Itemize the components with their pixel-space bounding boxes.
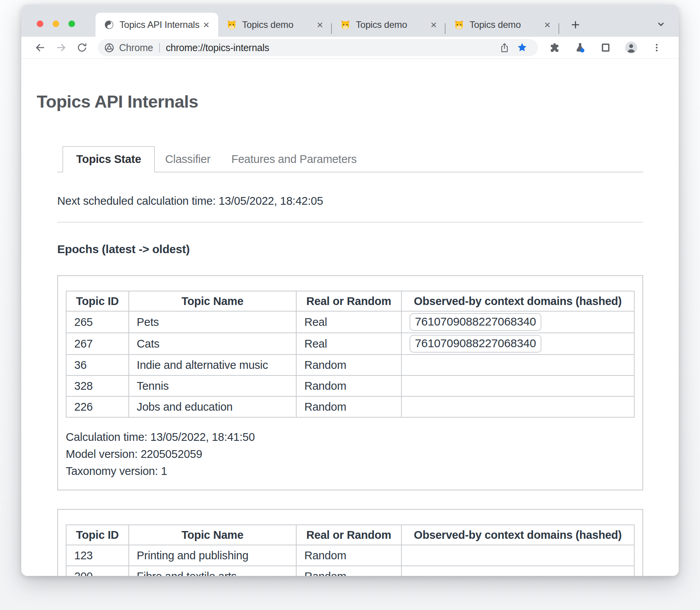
browser-tab-topics-internals[interactable]: Topics API Internals ✕ xyxy=(96,13,218,37)
taxonomy-version: Taxonomy version: 1 xyxy=(66,463,635,480)
tab-topics-state[interactable]: Topics State xyxy=(63,146,155,172)
col-header-topic-name: Topic Name xyxy=(129,291,296,311)
page-title: Topics API Internals xyxy=(37,91,643,112)
tab-title: Topics API Internals xyxy=(120,19,201,30)
browser-tab-topics-demo-1[interactable]: Topics demo ✕ xyxy=(218,13,331,37)
browser-window: Topics API Internals ✕ Topics demo ✕ xyxy=(21,5,679,576)
reload-button[interactable] xyxy=(72,39,92,56)
tab-close-icon[interactable]: ✕ xyxy=(428,19,439,31)
topics-state-panel: Next scheduled calculation time: 13/05/2… xyxy=(57,194,643,576)
col-header-observed-by: Observed-by context domains (hashed) xyxy=(401,525,634,545)
plus-icon xyxy=(570,19,581,30)
col-header-topic-name: Topic Name xyxy=(129,525,296,545)
toolbar-right-actions xyxy=(544,39,667,56)
window-controls xyxy=(37,21,75,27)
col-header-real-or-random: Real or Random xyxy=(296,525,401,545)
chrome-logo-icon xyxy=(104,43,114,53)
globe-favicon-icon xyxy=(104,20,114,30)
browser-tabstrip: Topics API Internals ✕ Topics demo ✕ xyxy=(21,5,679,37)
col-header-real-or-random: Real or Random xyxy=(296,291,401,311)
url-product-label: Chrome xyxy=(119,42,153,53)
experiments-button[interactable] xyxy=(570,39,591,56)
tab-title: Topics demo xyxy=(470,19,542,30)
arrow-left-icon xyxy=(34,42,46,53)
observed-domain-chip: 7610709088227068340 xyxy=(410,313,541,331)
browser-tab-topics-demo-2[interactable]: Topics demo ✕ xyxy=(332,13,445,37)
chevron-down-icon xyxy=(656,19,666,29)
col-header-topic-id: Topic ID xyxy=(66,525,129,545)
tab-classifier[interactable]: Classifier xyxy=(155,147,221,172)
table-row: 200 Fibre and textile arts Random xyxy=(66,566,634,576)
tab-title: Topics demo xyxy=(242,19,314,30)
tab-title: Topics demo xyxy=(356,19,428,30)
forward-button[interactable] xyxy=(51,39,72,56)
puzzle-icon xyxy=(549,42,560,53)
side-panel-button[interactable] xyxy=(595,39,616,56)
flask-icon xyxy=(575,42,586,53)
page-tab-bar: Topics State Classifier Features and Par… xyxy=(57,146,643,172)
tab-separator xyxy=(558,23,559,34)
browser-tabs: Topics API Internals ✕ Topics demo ✕ xyxy=(96,13,586,37)
fullscreen-window-button[interactable] xyxy=(68,21,75,27)
close-window-button[interactable] xyxy=(37,21,43,27)
tab-close-icon[interactable]: ✕ xyxy=(542,19,553,31)
star-icon xyxy=(517,42,528,53)
address-bar[interactable]: Chrome chrome://topics-internals xyxy=(98,39,538,56)
new-tab-button[interactable] xyxy=(565,14,586,36)
col-header-topic-id: Topic ID xyxy=(66,291,129,311)
table-row: 328 Tennis Random xyxy=(66,375,634,396)
table-row: 226 Jobs and education Random xyxy=(66,396,634,417)
tab-close-icon[interactable]: ✕ xyxy=(201,19,212,31)
tab-search-button[interactable] xyxy=(653,17,669,31)
share-button[interactable] xyxy=(495,40,513,55)
browser-tab-topics-demo-3[interactable]: Topics demo ✕ xyxy=(446,13,558,37)
cat-favicon-icon xyxy=(227,20,237,30)
menu-button[interactable] xyxy=(646,39,667,56)
table-header-row: Topic ID Topic Name Real or Random Obser… xyxy=(66,291,634,311)
extensions-button[interactable] xyxy=(544,39,565,56)
table-header-row: Topic ID Topic Name Real or Random Obser… xyxy=(66,525,634,545)
observed-domain-chip: 7610709088227068340 xyxy=(410,335,541,353)
page-content: Topics API Internals Topics State Classi… xyxy=(21,59,679,576)
arrow-right-icon xyxy=(55,42,67,53)
table-row: 267 Cats Real 7610709088227068340 xyxy=(66,333,634,355)
section-divider xyxy=(57,222,643,223)
cat-favicon-icon xyxy=(340,20,350,30)
browser-toolbar: Chrome chrome://topics-internals xyxy=(21,37,679,59)
model-version: Model version: 2205052059 xyxy=(66,446,635,463)
epoch-panel-2: Topic ID Topic Name Real or Random Obser… xyxy=(57,509,643,576)
back-button[interactable] xyxy=(30,39,51,56)
avatar-icon xyxy=(625,41,638,54)
table-row: 123 Printing and publishing Random xyxy=(66,545,634,566)
bookmark-button[interactable] xyxy=(513,40,531,55)
epoch-table-1: Topic ID Topic Name Real or Random Obser… xyxy=(66,291,635,418)
reload-icon xyxy=(77,42,87,53)
epoch-table-2: Topic ID Topic Name Real or Random Obser… xyxy=(66,524,635,576)
profile-button[interactable] xyxy=(621,39,642,56)
col-header-observed-by: Observed-by context domains (hashed) xyxy=(401,291,634,311)
minimize-window-button[interactable] xyxy=(53,21,59,27)
share-icon xyxy=(499,43,510,53)
next-calculation-time: Next scheduled calculation time: 13/05/2… xyxy=(57,194,643,208)
table-row: 36 Indie and alternative music Random xyxy=(66,355,634,375)
table-row: 265 Pets Real 7610709088227068340 xyxy=(66,311,634,333)
cat-favicon-icon xyxy=(454,20,464,30)
epoch-panel-1: Topic ID Topic Name Real or Random Obser… xyxy=(57,275,643,490)
tab-close-icon[interactable]: ✕ xyxy=(314,19,326,31)
epoch-meta: Calculation time: 13/05/2022, 18:41:50 M… xyxy=(66,428,635,480)
tab-features-and-parameters[interactable]: Features and Parameters xyxy=(221,147,367,172)
url-text: chrome://topics-internals xyxy=(166,42,269,53)
url-divider xyxy=(159,43,160,52)
kebab-menu-icon xyxy=(652,43,662,53)
side-panel-icon xyxy=(600,42,611,53)
epochs-heading: Epochs (latest -> oldest) xyxy=(57,242,643,257)
calculation-time: Calculation time: 13/05/2022, 18:41:50 xyxy=(66,428,635,446)
